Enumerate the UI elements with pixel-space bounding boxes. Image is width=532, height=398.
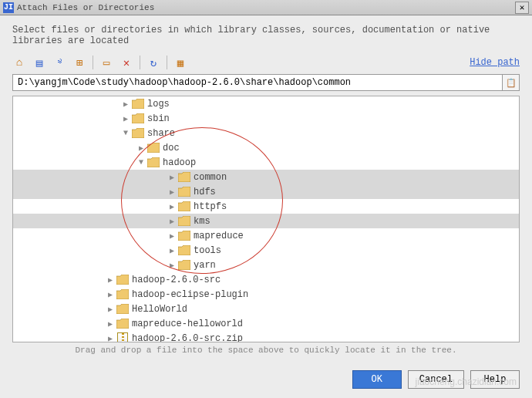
tree-row[interactable]: ▶HelloWorld [13, 302, 519, 316]
home-icon[interactable]: ⌂ [12, 56, 26, 69]
tree-label: hdfs [194, 187, 216, 197]
show-hidden-icon[interactable]: ▦ [173, 56, 187, 69]
expand-icon[interactable]: ▶ [167, 217, 177, 226]
expand-icon[interactable]: ▶ [106, 334, 115, 343]
expand-icon[interactable]: ▼ [121, 129, 130, 137]
tree-row[interactable]: ▶httpfs [13, 199, 519, 214]
folder-icon [116, 275, 129, 285]
tree-label: httpfs [194, 201, 227, 212]
expand-icon[interactable]: ▶ [167, 173, 177, 182]
scroll-icon[interactable]: ༅ [52, 56, 66, 69]
tree-row[interactable]: ▶sbin [13, 111, 519, 126]
tree-label: yarn [194, 260, 216, 271]
tree-label: mapreduce-helloworld [132, 319, 243, 329]
expand-icon[interactable]: ▶ [121, 100, 130, 109]
path-row: 📋 [12, 74, 520, 91]
tree-label: hadoop [163, 157, 196, 168]
file-tree[interactable]: ▶logs▶sbin▼share▶doc▼hadoop▶common▶hdfs▶… [12, 96, 520, 342]
folder-icon [116, 304, 129, 314]
remove-icon[interactable]: ✕ [120, 56, 133, 69]
expand-icon[interactable]: ▶ [167, 231, 177, 241]
instruction-text: Select files or directories in which lib… [0, 15, 532, 52]
tree-row[interactable]: ▶hadoop-2.6.0-src [13, 272, 519, 287]
history-icon[interactable]: 📋 [503, 74, 520, 91]
folder-icon [132, 128, 144, 138]
folder-icon [147, 157, 160, 167]
folder-icon [178, 172, 190, 182]
expand-icon[interactable]: ▶ [167, 261, 177, 270]
tree-label: hadoop-2.6.0-src.zip [132, 333, 243, 343]
folder-icon [178, 260, 190, 270]
tree-label: share [147, 128, 175, 139]
app-icon: JI [3, 2, 14, 13]
tree-row[interactable]: ▶hadoop-eclipse-plugin [13, 287, 519, 302]
folder-icon [116, 319, 129, 329]
expand-icon[interactable]: ▶ [106, 319, 115, 329]
tree-label: HelloWorld [132, 304, 187, 315]
expand-icon[interactable]: ▶ [167, 187, 177, 197]
button-bar: OK Cancel Help [352, 370, 520, 389]
tree-label: logs [147, 99, 170, 110]
tree-row[interactable]: ▶yarn [13, 258, 519, 272]
module-icon[interactable]: ▤ [32, 56, 46, 69]
folder-icon [132, 113, 144, 123]
expand-icon[interactable]: ▶ [167, 202, 177, 211]
expand-icon[interactable]: ▶ [106, 305, 115, 314]
folder-icon [178, 245, 190, 255]
refresh-icon[interactable]: ↻ [146, 56, 160, 69]
delete-icon[interactable]: ▭ [99, 56, 113, 69]
new-folder-icon[interactable]: ⊞ [72, 56, 86, 69]
tree-label: doc [163, 143, 180, 153]
hide-path-link[interactable]: Hide path [470, 57, 520, 68]
tree-row[interactable]: ▶mapreduce [13, 228, 519, 243]
archive-icon [117, 332, 128, 343]
tree-row[interactable]: ▶tools [13, 243, 519, 258]
tree-row[interactable]: ▶kms [13, 214, 519, 228]
tree-label: common [194, 172, 227, 183]
folder-icon [178, 216, 190, 226]
tree-label: tools [194, 245, 221, 256]
tree-label: kms [194, 216, 210, 227]
tree-label: hadoop-eclipse-plugin [132, 289, 248, 300]
tree-row[interactable]: ▶hdfs [13, 184, 519, 199]
folder-icon [116, 289, 129, 299]
toolbar-separator [140, 56, 140, 69]
tree-row[interactable]: ▼hadoop [13, 155, 519, 170]
cancel-button[interactable]: Cancel [408, 370, 464, 389]
folder-icon [178, 231, 190, 241]
expand-icon[interactable]: ▶ [106, 275, 115, 285]
tree-label: sbin [147, 113, 170, 124]
folder-icon [178, 201, 190, 211]
path-input[interactable] [12, 74, 503, 91]
ok-button[interactable]: OK [352, 370, 402, 389]
tree-row[interactable]: ▶common [13, 170, 519, 184]
window-title: Attach Files or Directories [17, 3, 154, 12]
hint-text: Drag and drop a file into the space abov… [0, 342, 532, 355]
tree-row[interactable]: ▶mapreduce-helloworld [13, 316, 519, 331]
expand-icon[interactable]: ▶ [106, 290, 115, 299]
folder-icon [147, 143, 160, 153]
tree-row[interactable]: ▶hadoop-2.6.0-src.zip [13, 331, 519, 342]
folder-icon [132, 99, 144, 109]
tree-label: hadoop-2.6.0-src [132, 275, 221, 285]
folder-icon [178, 187, 190, 197]
titlebar: JI Attach Files or Directories ✕ [0, 0, 532, 15]
close-button[interactable]: ✕ [515, 2, 529, 14]
help-button[interactable]: Help [470, 370, 520, 389]
tree-label: mapreduce [194, 231, 244, 241]
toolbar-separator [93, 56, 93, 69]
tree-row[interactable]: ▶doc [13, 140, 519, 155]
toolbar-separator [167, 56, 167, 69]
expand-icon[interactable]: ▶ [167, 246, 177, 255]
tree-row[interactable]: ▼share [13, 126, 519, 140]
toolbar: ⌂ ▤ ༅ ⊞ ▭ ✕ ↻ ▦ Hide path [0, 52, 532, 74]
expand-icon[interactable]: ▶ [121, 114, 130, 123]
expand-icon[interactable]: ▶ [136, 143, 146, 153]
tree-row[interactable]: ▶logs [13, 96, 519, 111]
expand-icon[interactable]: ▼ [136, 158, 146, 167]
